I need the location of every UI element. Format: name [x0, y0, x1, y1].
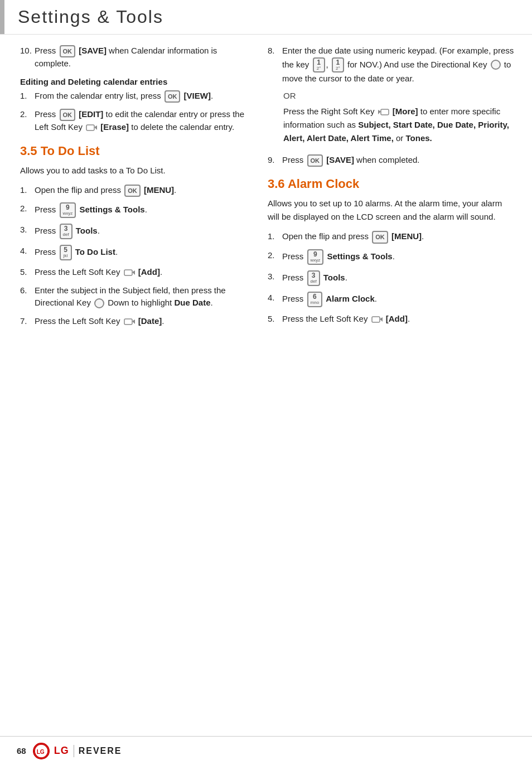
- ok-icon-view: OK: [165, 90, 181, 103]
- alarm-item-4: 4. Press 6mno Alarm Clock.: [268, 292, 515, 307]
- item-9-num: 9.: [268, 154, 282, 167]
- alarm-intro: Allows you to set up to 10 alarms. At th…: [268, 197, 515, 224]
- alarm-item-3-content: Press 3def Tools.: [282, 270, 515, 286]
- ok-icon-edit: OK: [60, 109, 76, 122]
- todo-item-1-content: Open the flip and press OK [MENU].: [35, 184, 245, 197]
- footer-logo: LG LG: [33, 743, 69, 759]
- svg-rect-0: [86, 125, 94, 130]
- edit-item-1-content: From the calendar entry list, press OK […: [35, 90, 245, 103]
- todo-item-5-num: 5.: [20, 266, 35, 279]
- todo-item-7: 7. Press the Left Soft Key [Date].: [20, 315, 245, 328]
- alarm-item-2-content: Press 9wxyz Settings & Tools.: [282, 249, 515, 265]
- alarm-item-3: 3. Press 3def Tools.: [268, 270, 515, 286]
- alarm-item-5: 5. Press the Left Soft Key [Add].: [268, 313, 515, 326]
- todo-item-3-content: Press 3def Tools.: [35, 224, 245, 239]
- item-8-content: Enter the due date using numeric keypad.…: [282, 45, 515, 85]
- alarm-item-4-content: Press 6mno Alarm Clock.: [282, 292, 515, 307]
- left-soft-key-icon-date: [124, 317, 135, 326]
- item-8: 8. Enter the due date using numeric keyp…: [268, 45, 515, 85]
- header-title-area: Settings & Tools: [4, 0, 163, 34]
- footer-separator: [74, 745, 74, 757]
- alarm-item-3-num: 3.: [268, 270, 282, 283]
- left-column: 10. Press OK [SAVE] when Calendar inform…: [0, 45, 257, 333]
- todo-item-6-content: Enter the subject in the Subject field, …: [35, 284, 245, 309]
- ok-icon-save2: OK: [307, 154, 323, 167]
- directional-key-icon: [94, 298, 104, 308]
- edit-item-1-num: 1.: [20, 90, 35, 103]
- svg-rect-2: [124, 270, 132, 275]
- header-accent: [0, 0, 4, 34]
- page-title: Settings & Tools: [18, 7, 163, 27]
- ok-icon: OK: [60, 45, 76, 58]
- todo-item-3: 3. Press 3def Tools.: [20, 224, 245, 239]
- alarm-item-1-num: 1.: [268, 230, 282, 243]
- left-soft-key-icon: [86, 123, 97, 132]
- or-divider: OR: [268, 91, 515, 100]
- svg-rect-8: [372, 317, 380, 322]
- right-soft-key-icon: [378, 108, 389, 117]
- todo-item-7-num: 7.: [20, 315, 35, 328]
- alarm-item-4-num: 4.: [268, 292, 282, 304]
- alarm-item-2: 2. Press 9wxyz Settings & Tools.: [268, 249, 515, 265]
- ok-icon-menu1: OK: [124, 185, 141, 197]
- item-10-content: Press OK [SAVE] when Calendar informatio…: [35, 45, 245, 70]
- key-1a: 12°: [313, 57, 325, 73]
- todo-item-2: 2. Press 9wxyz Settings & Tools.: [20, 202, 245, 218]
- alarm-item-1: 1. Open the flip and press OK [MENU].: [268, 230, 515, 243]
- todo-item-1: 1. Open the flip and press OK [MENU].: [20, 184, 245, 197]
- header: Settings & Tools: [0, 0, 532, 35]
- ok-icon-alarm-menu: OK: [372, 231, 388, 244]
- key-3def-alarm: 3def: [307, 270, 320, 286]
- todo-item-2-num: 2.: [20, 202, 35, 215]
- edit-item-2-num: 2.: [20, 108, 35, 121]
- lg-circle-logo: LG: [33, 743, 50, 759]
- key-9wxyz-alarm: 9wxyz: [307, 249, 324, 265]
- todo-item-4: 4. Press 5jkl To Do List.: [20, 245, 245, 260]
- alarm-item-1-content: Open the flip and press OK [MENU].: [282, 230, 515, 243]
- editing-heading: Editing and Deleting calendar entries: [20, 77, 245, 86]
- edit-item-2: 2. Press OK [EDIT] to edit the calendar …: [20, 108, 245, 134]
- key-6mno-alarm: 6mno: [307, 292, 323, 307]
- svg-rect-6: [381, 109, 389, 115]
- todo-item-5-content: Press the Left Soft Key [Add].: [35, 266, 245, 279]
- todo-item-4-content: Press 5jkl To Do List.: [35, 245, 245, 260]
- item-10: 10. Press OK [SAVE] when Calendar inform…: [20, 45, 245, 70]
- todo-intro: Allows you to add tasks to a To Do List.: [20, 164, 245, 177]
- todo-item-1-num: 1.: [20, 184, 35, 197]
- item-9-content: Press OK [SAVE] when completed.: [282, 154, 515, 167]
- key-1b: 12°: [332, 57, 344, 73]
- todo-item-4-num: 4.: [20, 245, 35, 258]
- edit-item-2-content: Press OK [EDIT] to edit the calendar ent…: [35, 108, 245, 134]
- alarm-item-5-num: 5.: [268, 313, 282, 326]
- todo-item-3-num: 3.: [20, 224, 35, 236]
- revere-brand: REVERE: [79, 746, 122, 756]
- content-area: 10. Press OK [SAVE] when Calendar inform…: [0, 35, 532, 333]
- key-9wxyz: 9wxyz: [60, 202, 76, 218]
- todo-item-7-content: Press the Left Soft Key [Date].: [35, 315, 245, 328]
- alarm-item-2-num: 2.: [268, 249, 282, 262]
- todo-heading: 3.5 To Do List: [20, 144, 245, 158]
- page: Settings & Tools 10. Press OK [SAVE] whe…: [0, 0, 532, 765]
- todo-item-6: 6. Enter the subject in the Subject fiel…: [20, 284, 245, 309]
- svg-rect-4: [124, 319, 132, 325]
- key-5jkl: 5jkl: [60, 245, 72, 260]
- dir-key-icon-2: [491, 60, 501, 70]
- svg-text:LG: LG: [36, 748, 44, 754]
- alarm-heading: 3.6 Alarm Clock: [268, 177, 515, 191]
- edit-item-1: 1. From the calendar entry list, press O…: [20, 90, 245, 103]
- item-10-num: 10.: [20, 45, 35, 57]
- item-8-num: 8.: [268, 45, 282, 57]
- key-3def: 3def: [60, 224, 72, 239]
- footer: 68 LG LG REVERE: [0, 736, 532, 765]
- left-soft-key-icon-alarm-add: [371, 315, 383, 324]
- right-column: 8. Enter the due date using numeric keyp…: [257, 45, 532, 333]
- or-paragraph: Press the Right Soft Key [More] to enter…: [268, 105, 515, 145]
- page-number: 68: [17, 746, 26, 756]
- todo-item-5: 5. Press the Left Soft Key [Add].: [20, 266, 245, 279]
- todo-item-2-content: Press 9wxyz Settings & Tools.: [35, 202, 245, 218]
- todo-item-6-num: 6.: [20, 284, 35, 297]
- alarm-item-5-content: Press the Left Soft Key [Add].: [282, 313, 515, 326]
- item-9: 9. Press OK [SAVE] when completed.: [268, 154, 515, 167]
- left-soft-key-icon-add: [124, 268, 135, 277]
- lg-text: LG: [54, 745, 69, 757]
